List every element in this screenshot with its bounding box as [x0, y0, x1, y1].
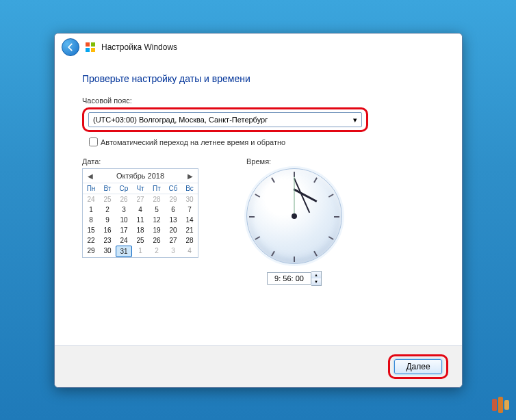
calendar-day[interactable]: 3: [165, 246, 181, 257]
svg-rect-3: [91, 48, 95, 52]
calendar-dow: Пт: [149, 183, 165, 194]
calendar-day[interactable]: 27: [132, 194, 149, 205]
wizard-window: Настройка Windows Проверьте настройку да…: [54, 33, 463, 388]
calendar-day[interactable]: 25: [132, 235, 149, 246]
calendar-grid: ПнВтСрЧтПтСбВс24252627282930123456789101…: [83, 183, 198, 257]
dst-label: Автоматический переход на летнее время и…: [101, 138, 285, 146]
calendar-day[interactable]: 1: [83, 205, 99, 215]
calendar-dow: Вт: [99, 183, 116, 194]
second-hand: [294, 176, 295, 216]
calendar-prev[interactable]: ◀: [86, 172, 95, 180]
calendar-day[interactable]: 5: [149, 205, 165, 215]
calendar-day[interactable]: 21: [181, 225, 198, 235]
arrow-left-icon: [66, 42, 75, 52]
calendar-day[interactable]: 9: [99, 215, 116, 225]
calendar-day[interactable]: 30: [181, 194, 198, 205]
calendar-day[interactable]: 22: [83, 235, 99, 246]
calendar-day[interactable]: 23: [99, 235, 116, 246]
calendar-day[interactable]: 4: [132, 205, 149, 215]
calendar-day[interactable]: 24: [83, 194, 99, 205]
time-spinner: ▲ ▼: [311, 271, 322, 286]
calendar-day[interactable]: 18: [132, 225, 149, 235]
dst-checkbox[interactable]: [89, 137, 98, 146]
calendar-day[interactable]: 30: [99, 246, 116, 257]
time-up-button[interactable]: ▲: [311, 272, 321, 278]
calendar-day[interactable]: 6: [165, 205, 181, 215]
timezone-select[interactable]: (UTC+03:00) Волгоград, Москва, Санкт-Пет…: [88, 112, 362, 127]
calendar-dow: Сб: [165, 183, 181, 194]
calendar-day[interactable]: 3: [116, 205, 132, 215]
svg-rect-0: [86, 42, 90, 47]
calendar-day[interactable]: 10: [116, 215, 132, 225]
content-area: Проверьте настройку даты и времени Часов…: [55, 61, 462, 345]
dst-row: Автоматический переход на летнее время и…: [89, 137, 435, 146]
window-title: Настройка Windows: [101, 42, 177, 52]
calendar-dow: Чт: [132, 183, 149, 194]
time-input-group: 9: 56: 00 ▲ ▼: [246, 271, 342, 286]
calendar: ◀ Октябрь 2018 ▶ ПнВтСрЧтПтСбВс242526272…: [82, 168, 198, 258]
calendar-next[interactable]: ▶: [185, 172, 195, 180]
timezone-highlight: (UTC+03:00) Волгоград, Москва, Санкт-Пет…: [82, 107, 368, 132]
calendar-day[interactable]: 7: [181, 205, 198, 215]
calendar-day[interactable]: 26: [149, 235, 165, 246]
calendar-day[interactable]: 25: [99, 194, 116, 205]
back-button[interactable]: [62, 38, 79, 56]
calendar-day[interactable]: 20: [165, 225, 181, 235]
windows-flag-icon: [85, 42, 96, 53]
calendar-day[interactable]: 13: [165, 215, 181, 225]
calendar-day[interactable]: 8: [83, 215, 99, 225]
next-highlight: Далее: [388, 354, 448, 379]
timezone-label: Часовой пояс:: [82, 96, 435, 105]
calendar-day[interactable]: 28: [149, 194, 165, 205]
calendar-dow: Пн: [83, 183, 99, 194]
clock-hub: [292, 213, 297, 219]
calendar-day[interactable]: 19: [149, 225, 165, 235]
next-button[interactable]: Далее: [394, 359, 442, 374]
calendar-dow: Ср: [116, 183, 132, 194]
calendar-day[interactable]: 26: [116, 194, 132, 205]
calendar-day[interactable]: 1: [132, 246, 149, 257]
calendar-day[interactable]: 15: [83, 225, 99, 235]
calendar-day[interactable]: 11: [132, 215, 149, 225]
svg-rect-2: [86, 48, 90, 52]
chevron-down-icon: ▾: [353, 116, 357, 124]
titlebar: Настройка Windows: [55, 34, 462, 61]
time-down-button[interactable]: ▼: [311, 278, 321, 285]
desktop-shortcut-icon[interactable]: [492, 397, 509, 413]
calendar-day[interactable]: 4: [181, 246, 198, 257]
calendar-day[interactable]: 2: [149, 246, 165, 257]
page-heading: Проверьте настройку даты и времени: [82, 73, 435, 84]
calendar-day[interactable]: 16: [99, 225, 116, 235]
analog-clock: [246, 168, 342, 264]
time-label: Время:: [246, 157, 342, 166]
footer: Далее: [55, 345, 462, 387]
hour-hand: [294, 188, 318, 202]
calendar-day[interactable]: 31: [116, 246, 132, 257]
calendar-dow: Вс: [181, 183, 198, 194]
timezone-value: (UTC+03:00) Волгоград, Москва, Санкт-Пет…: [93, 116, 268, 124]
calendar-day[interactable]: 24: [116, 235, 132, 246]
svg-rect-1: [91, 42, 95, 47]
calendar-day[interactable]: 2: [99, 205, 116, 215]
calendar-day[interactable]: 29: [165, 194, 181, 205]
calendar-day[interactable]: 29: [83, 246, 99, 257]
calendar-day[interactable]: 27: [165, 235, 181, 246]
time-field[interactable]: 9: 56: 00: [267, 272, 311, 285]
calendar-day[interactable]: 14: [181, 215, 198, 225]
calendar-day[interactable]: 28: [181, 235, 198, 246]
calendar-day[interactable]: 17: [116, 225, 132, 235]
calendar-day[interactable]: 12: [149, 215, 165, 225]
calendar-month: Октябрь 2018: [116, 172, 164, 180]
date-label: Дата:: [82, 157, 198, 166]
